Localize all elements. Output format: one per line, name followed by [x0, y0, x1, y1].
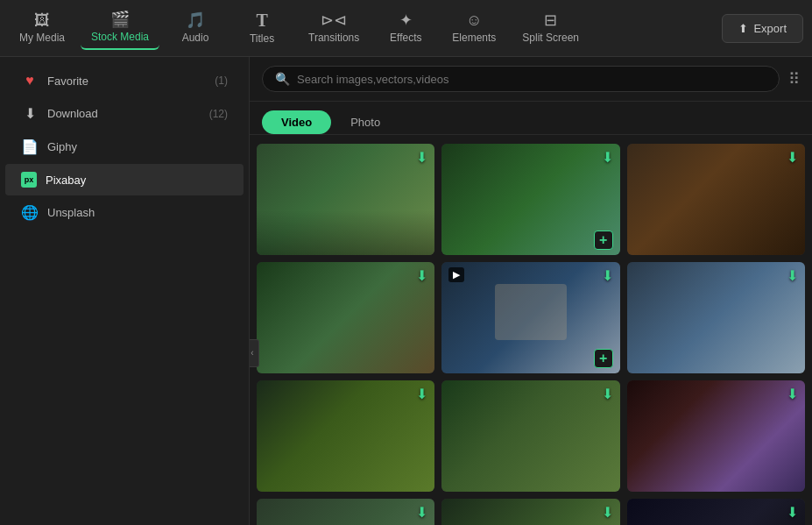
nav-item-split-screen[interactable]: ⊟ Split Screen	[512, 7, 590, 49]
export-button[interactable]: ⬆ Export	[722, 14, 803, 43]
card-thumbnail	[257, 499, 434, 525]
card-add-button[interactable]: +	[594, 231, 613, 250]
download-icon: ⬇	[21, 105, 39, 122]
sidebar-label-download: Download	[47, 107, 201, 120]
card-add-button[interactable]: +	[594, 349, 613, 368]
card-thumbnail	[257, 380, 434, 492]
media-card[interactable]: ⬇	[257, 262, 434, 373]
sidebar: ♥ Favorite (1) ⬇ Download (12) 📄 Giphy p…	[0, 57, 250, 525]
card-download-icon[interactable]: ⬇	[416, 149, 427, 166]
nav-label-my-media: My Media	[19, 32, 65, 44]
media-card[interactable]: ⬇	[627, 262, 805, 373]
card-thumbnail	[627, 262, 805, 373]
grid-view-icon[interactable]: ⠿	[788, 69, 800, 89]
sidebar-item-unsplash[interactable]: 🌐 Unsplash	[5, 196, 244, 229]
nav-items: 🖼 My Media 🎬 Stock Media 🎵 Audio T Title…	[9, 6, 722, 50]
nav-item-audio[interactable]: 🎵 Audio	[165, 7, 226, 49]
nav-item-my-media[interactable]: 🖼 My Media	[9, 7, 75, 49]
card-download-icon[interactable]: ⬇	[602, 504, 613, 521]
tab-video[interactable]: Video	[262, 110, 331, 134]
card-download-icon[interactable]: ⬇	[787, 386, 798, 402]
search-input-wrap[interactable]: 🔍	[262, 66, 780, 92]
my-media-icon: 🖼	[34, 12, 50, 28]
media-card[interactable]: ⬇	[627, 499, 805, 525]
card-download-icon[interactable]: ⬇	[787, 149, 798, 166]
card-download-icon[interactable]: ⬇	[602, 149, 613, 166]
card-thumbnail	[257, 144, 434, 255]
effects-icon: ✦	[399, 12, 413, 28]
export-icon: ⬆	[738, 22, 748, 35]
sidebar-count-download: (12)	[209, 108, 228, 120]
content-wrap: ♥ Favorite (1) ⬇ Download (12) 📄 Giphy p…	[0, 57, 812, 525]
stock-media-icon: 🎬	[110, 11, 130, 27]
nav-item-effects[interactable]: ✦ Effects	[375, 7, 436, 49]
card-download-icon[interactable]: ⬇	[416, 267, 427, 284]
sidebar-count-favorite: (1)	[215, 74, 228, 87]
nav-label-effects: Effects	[390, 32, 421, 44]
media-card[interactable]: ⬇	[441, 380, 619, 492]
nav-label-transitions: Transitions	[308, 32, 359, 44]
sidebar-item-giphy[interactable]: 📄 Giphy	[5, 131, 244, 163]
nav-item-transitions[interactable]: ⊳⊲ Transitions	[298, 7, 370, 49]
nav-label-stock-media: Stock Media	[91, 31, 149, 43]
elements-icon: ☺	[466, 12, 482, 28]
sidebar-label-favorite: Favorite	[47, 74, 206, 88]
card-thumbnail	[441, 380, 619, 492]
search-input[interactable]	[297, 73, 766, 86]
giphy-icon: 📄	[21, 138, 39, 155]
media-card[interactable]: ▶ ⬇ +	[441, 262, 619, 373]
card-download-icon[interactable]: ⬇	[787, 267, 798, 284]
media-card[interactable]: ⬇	[627, 380, 805, 492]
card-download-icon[interactable]: ⬇	[416, 386, 427, 402]
export-label: Export	[753, 22, 787, 35]
media-card[interactable]: ⬇	[257, 499, 434, 525]
titles-icon: T	[256, 11, 267, 29]
nav-label-split-screen: Split Screen	[522, 32, 579, 44]
card-download-icon[interactable]: ⬇	[602, 267, 613, 284]
unsplash-icon: 🌐	[21, 204, 39, 221]
media-card[interactable]: ⬇	[627, 144, 805, 255]
sidebar-item-pixabay[interactable]: px Pixabay	[5, 164, 244, 195]
audio-icon: 🎵	[186, 12, 205, 28]
sidebar-item-download[interactable]: ⬇ Download (12)	[5, 97, 244, 130]
sidebar-label-pixabay: Pixabay	[46, 174, 228, 187]
card-thumbnail	[627, 144, 805, 255]
nav-label-titles: Titles	[250, 32, 274, 45]
card-thumbnail	[441, 499, 619, 525]
search-icon: 🔍	[275, 72, 290, 86]
nav-item-stock-media[interactable]: 🎬 Stock Media	[81, 6, 159, 50]
media-card[interactable]: ⬇ +	[441, 144, 619, 255]
nav-label-elements: Elements	[452, 32, 496, 44]
media-card[interactable]: ⬇	[441, 499, 619, 525]
top-nav: 🖼 My Media 🎬 Stock Media 🎵 Audio T Title…	[0, 0, 812, 57]
card-download-icon[interactable]: ⬇	[787, 504, 798, 521]
card-download-icon[interactable]: ⬇	[602, 386, 613, 402]
media-card[interactable]: ⬇	[257, 144, 434, 255]
media-grid-wrap[interactable]: ‹ ⬇ ⬇ + ⬇ ⬇	[250, 135, 812, 525]
card-thumbnail	[257, 262, 434, 373]
card-thumbnail	[627, 499, 805, 525]
tab-photo[interactable]: Photo	[331, 110, 399, 134]
card-thumbnail	[627, 380, 805, 492]
card-download-icon[interactable]: ⬇	[416, 504, 427, 521]
sidebar-label-unsplash: Unsplash	[47, 206, 228, 219]
nav-item-elements[interactable]: ☺ Elements	[441, 7, 506, 49]
media-grid: ⬇ ⬇ + ⬇ ⬇ ▶ ⬇	[257, 144, 805, 525]
nav-label-audio: Audio	[182, 32, 209, 44]
transitions-icon: ⊳⊲	[321, 12, 347, 28]
sidebar-label-giphy: Giphy	[47, 140, 228, 153]
content-tabs: Video Photo	[250, 102, 812, 135]
content-area: 🔍 ⠿ Video Photo ‹ ⬇ ⬇ +	[250, 57, 812, 525]
media-card[interactable]: ⬇	[257, 380, 434, 492]
sidebar-item-favorite[interactable]: ♥ Favorite (1)	[5, 65, 244, 96]
video-badge-icon: ▶	[448, 267, 464, 282]
pixabay-icon: px	[21, 172, 37, 188]
split-screen-icon: ⊟	[544, 12, 557, 28]
favorite-icon: ♥	[21, 73, 39, 89]
sidebar-collapse-arrow[interactable]: ‹	[250, 339, 259, 367]
search-bar: 🔍 ⠿	[250, 57, 812, 102]
nav-item-titles[interactable]: T Titles	[231, 6, 293, 50]
